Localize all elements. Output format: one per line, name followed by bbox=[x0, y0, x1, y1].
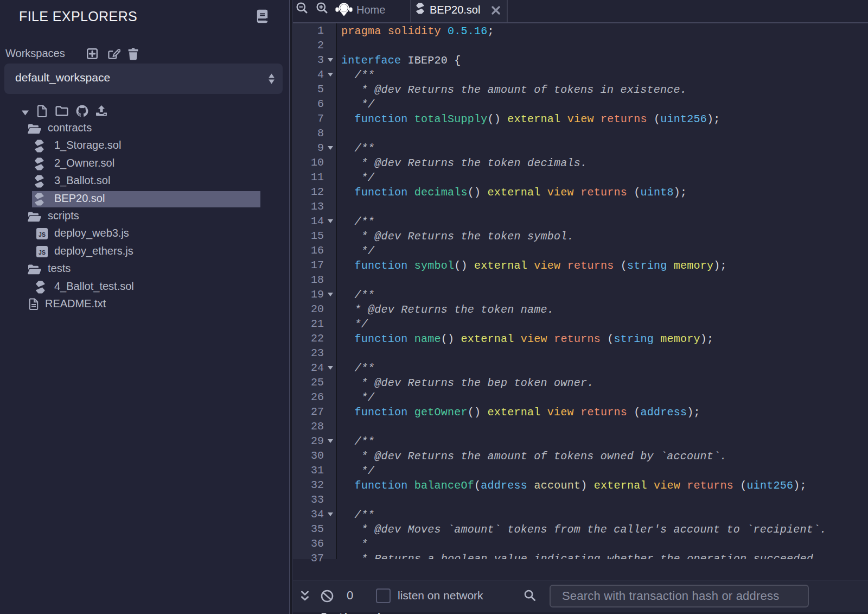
svg-text:JS: JS bbox=[39, 249, 46, 255]
svg-text:JS: JS bbox=[39, 231, 46, 238]
